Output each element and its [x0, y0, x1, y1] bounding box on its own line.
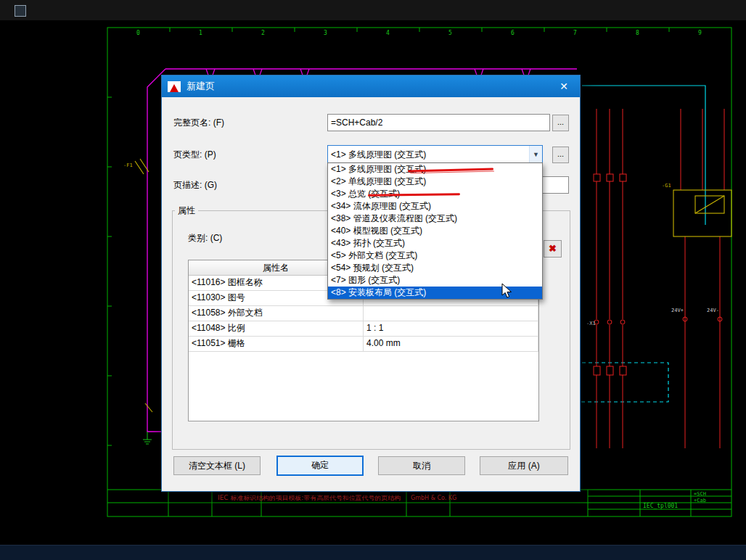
red-circuit-wires [594, 109, 724, 448]
dropdown-item-8[interactable]: <54> 预规划 (交互式) [328, 262, 542, 274]
new-page-dialog: 新建页 ✕ 完整页名: (F) ... 页类型: (P) <1> 多线原理图 (… [161, 75, 581, 492]
page-type-combobox[interactable]: <1> 多线原理图 (交互式) ▼ [327, 145, 543, 164]
property-row-4[interactable]: <11051> 栅格 4.00 mm [189, 337, 538, 352]
apply-button[interactable]: 应用 (A) [480, 456, 568, 475]
column-label: 2 [261, 30, 265, 36]
property-name: <11051> 栅格 [189, 337, 364, 351]
ok-button[interactable]: 确定 [276, 456, 364, 476]
dialog-titlebar[interactable]: 新建页 ✕ [162, 75, 580, 97]
column-label: 9 [698, 30, 702, 36]
chevron-down-icon[interactable]: ▼ [529, 146, 542, 163]
column-label: 7 [573, 30, 577, 36]
titleblock-company: GmbH & Co. KG [411, 495, 456, 501]
full-page-name-browse-button[interactable]: ... [552, 115, 569, 131]
column-label: 0 [136, 30, 140, 36]
column-label: 1 [199, 30, 202, 36]
column-label: 5 [448, 30, 452, 36]
property-value [364, 306, 538, 321]
full-page-name-input[interactable] [327, 114, 550, 131]
property-value: 4.00 mm [364, 337, 538, 351]
voltage-label-plus: 24V+ [671, 308, 684, 313]
page-type-dropdown-list: <1> 多线原理图 (交互式) <2> 单线原理图 (交互式) <3> 总览 (… [327, 162, 543, 300]
cancel-button[interactable]: 取消 [378, 456, 465, 475]
page-type-label: 页类型: (P) [173, 149, 216, 160]
titleblock-template-description: IEC 标准标识结构的项目模板:带有高层代号和位置代号的页结构 [218, 495, 401, 501]
page-description-label: 页描述: (G) [173, 179, 217, 191]
property-name: <11058> 外部文档 [189, 306, 364, 321]
cyan-wire [575, 86, 705, 402]
dropdown-item-4[interactable]: <38> 管道及仪表流程图 (交互式) [328, 213, 542, 225]
column-label: 8 [636, 30, 639, 36]
category-label: 类别: (C) [188, 232, 222, 244]
delete-property-button[interactable]: ✖ [544, 240, 562, 258]
property-name: <11048> 比例 [189, 321, 364, 336]
mouse-cursor-icon [501, 283, 513, 299]
dropdown-item-1[interactable]: <2> 单线原理图 (交互式) [328, 176, 542, 188]
eplan-logo-icon [168, 81, 181, 92]
dialog-title: 新建页 [186, 80, 215, 93]
full-page-name-label: 完整页名: (F) [173, 117, 224, 128]
titleblock-template-id: IEC_tpl001 [643, 503, 678, 509]
property-row-3[interactable]: <11048> 比例 1 : 1 [189, 321, 538, 337]
column-label: 3 [324, 30, 327, 36]
titleblock-cab: +Cab [694, 498, 706, 503]
page-type-browse-button[interactable]: ... [552, 147, 569, 163]
voltage-label-minus: 24V- [707, 308, 719, 313]
device-tag-g1: -G1 [662, 183, 671, 189]
property-value: 1 : 1 [364, 321, 538, 336]
column-label: 6 [511, 30, 515, 36]
device-tag-f1: -F1 [123, 162, 133, 168]
dropdown-item-3[interactable]: <34> 流体原理图 (交互式) [328, 200, 542, 213]
dropdown-item-6[interactable]: <43> 拓扑 (交互式) [328, 237, 542, 250]
dropdown-item-7[interactable]: <5> 外部文档 (交互式) [328, 250, 542, 262]
page-type-value: <1> 多线原理图 (交互式) [331, 149, 529, 161]
application-window: 0 1 2 3 4 5 6 7 8 9 [0, 0, 746, 560]
titleblock-sch: =SCH [694, 491, 706, 497]
dropdown-item-5[interactable]: <40> 模型视图 (交互式) [328, 225, 542, 237]
column-label: 4 [386, 30, 390, 36]
properties-group-title: 属性 [175, 205, 198, 216]
window-top-bar [0, 0, 746, 21]
ground-symbol [143, 432, 152, 444]
property-row-2[interactable]: <11058> 外部文档 [189, 306, 538, 321]
clear-text-button[interactable]: 清空文本框 (L) [173, 456, 261, 475]
app-icon[interactable] [15, 5, 26, 17]
device-tag-x1: -X1 [586, 321, 596, 326]
taskbar[interactable] [0, 545, 746, 560]
close-icon[interactable]: ✕ [554, 78, 574, 94]
